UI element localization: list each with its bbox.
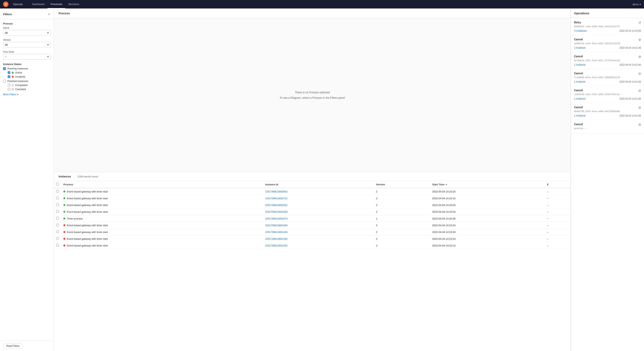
cancel-icon[interactable]: ⊘ xyxy=(638,123,641,126)
row-checkbox[interactable] xyxy=(56,230,59,233)
row-instance-id: 2251799813691494 xyxy=(263,229,374,235)
completed-label: Completed xyxy=(15,84,27,87)
op-footer: 1 Instance 2022-04-04 14:21:46 xyxy=(574,114,641,117)
row-process: Event based gateway with timer start xyxy=(61,188,263,195)
main-layout: Filters « Process Name All Version All F… xyxy=(0,9,644,351)
op-instances-link[interactable]: 1 Instance xyxy=(574,46,586,49)
op-item-header: Cancel ⊘ xyxy=(574,72,641,75)
row-checkbox-cell xyxy=(54,202,61,208)
row-checkbox[interactable] xyxy=(56,210,59,213)
op-instances-link[interactable]: 3 Instances xyxy=(574,29,587,32)
operations-header: Operations xyxy=(571,9,644,18)
operation-item: Cancel ⊘ pending... xyxy=(571,120,644,134)
table-row: Event based gateway with timer start 225… xyxy=(54,222,570,229)
instance-id-link[interactable]: 2251799813691183 xyxy=(265,237,288,240)
nav-links: Dashboard Processes Decisions xyxy=(29,0,628,9)
instance-id-link[interactable]: 2251799813692942 xyxy=(265,190,288,193)
process-name: Event based gateway with timer start xyxy=(67,204,108,207)
version-select[interactable]: All xyxy=(3,42,51,48)
row-extra: -- xyxy=(545,195,570,202)
op-name: Retry xyxy=(574,21,581,24)
col-extra: E xyxy=(545,181,570,188)
top-navigation: O Operate Dashboard Processes Decisions … xyxy=(0,0,644,9)
reset-filters-button[interactable]: Reset Filters xyxy=(3,343,22,349)
status-indicator xyxy=(64,197,65,199)
operation-item: Cancel ⊘ c93b9230-3344-4f9f-b856-1599ff0… xyxy=(571,86,644,103)
nav-dashboard[interactable]: Dashboard xyxy=(29,0,48,9)
sort-icon[interactable]: ▾ xyxy=(446,183,447,186)
app-logo: O xyxy=(3,2,8,7)
row-process: Event based gateway with timer start xyxy=(61,195,263,202)
instance-id-link[interactable]: 2251799813691674 xyxy=(265,217,288,220)
instance-states-title: Instance States xyxy=(3,63,51,66)
filters-panel: Filters « Process Name All Version All F… xyxy=(0,9,54,351)
operations-list: Retry ↺ 6b896d35-ced8-41b9-95bd-204fd1d4… xyxy=(571,18,644,134)
op-id: 46485f06-5bf8-4eea-a004-e9a7290bbd0e xyxy=(574,110,641,113)
retry-icon[interactable]: ↺ xyxy=(638,21,641,25)
row-checkbox[interactable] xyxy=(56,203,59,206)
row-checkbox[interactable] xyxy=(56,190,59,192)
row-checkbox[interactable] xyxy=(56,237,59,240)
row-checkbox[interactable] xyxy=(56,217,59,219)
row-checkbox[interactable] xyxy=(56,244,59,246)
row-extra: -- xyxy=(545,222,570,229)
col-instance-id: Instance Id xyxy=(263,181,374,188)
row-instance-id: 2251799813691909 xyxy=(263,208,374,215)
flow-node-label: Flow Node xyxy=(3,51,51,53)
status-indicator xyxy=(64,204,65,206)
operations-panel: Operations Retry ↺ 6b896d35-ced8-41b9-95… xyxy=(571,9,644,351)
instances-header: Instances 1189 results found xyxy=(54,172,570,181)
op-item-header: Cancel ⊘ xyxy=(574,106,641,109)
completed-checkbox[interactable] xyxy=(8,84,10,86)
process-name-select[interactable]: All xyxy=(3,30,51,36)
more-filters-button[interactable]: More Filters ▾ xyxy=(3,93,18,96)
canceled-checkbox[interactable] xyxy=(8,88,10,91)
op-instances-link[interactable]: 1 Instance xyxy=(574,114,586,117)
collapse-filters-button[interactable]: « xyxy=(48,12,51,17)
row-checkbox[interactable] xyxy=(56,197,59,199)
row-instance-id: 2251799813691042 xyxy=(263,242,374,249)
op-instances-link[interactable]: 1 Instance xyxy=(574,80,586,83)
running-instances-checkbox[interactable] xyxy=(3,67,6,70)
row-process: Event based gateway with timer start xyxy=(61,208,263,215)
tab-divider xyxy=(74,175,74,178)
op-instances-link[interactable]: 1 Instance xyxy=(574,63,586,66)
cancel-icon[interactable]: ⊘ xyxy=(638,38,641,42)
instances-tbody: Event based gateway with timer start 225… xyxy=(54,188,570,249)
cancel-icon[interactable]: ⊘ xyxy=(638,72,641,75)
completed-icon: ✓ xyxy=(12,84,14,86)
app-name: Operate xyxy=(13,3,23,6)
op-id: 7cadbb03-0bcb-43cb-bd33-186b6829a2c8 xyxy=(574,76,641,79)
row-start-time: 2022-04-04 14:23:24 xyxy=(430,188,545,195)
cancel-icon[interactable]: ⊘ xyxy=(638,89,641,92)
instance-id-link[interactable]: 2251799813691909 xyxy=(265,210,288,213)
row-process: Event based gateway with timer start xyxy=(61,229,263,235)
active-checkbox[interactable] xyxy=(8,71,10,74)
row-version: 2 xyxy=(374,188,430,195)
row-checkbox[interactable] xyxy=(56,224,59,226)
table-row: Event based gateway with timer start 225… xyxy=(54,195,570,202)
cancel-icon[interactable]: ⊘ xyxy=(638,106,641,109)
instance-id-link[interactable]: 2251799813691494 xyxy=(265,231,288,234)
nav-decisions[interactable]: Decisions xyxy=(65,0,82,9)
row-instance-id: 2251799813691183 xyxy=(263,235,374,242)
op-name: Cancel xyxy=(574,89,583,92)
cancel-icon[interactable]: ⊘ xyxy=(638,55,641,59)
instance-id-link[interactable]: 2251799813691042 xyxy=(265,244,288,247)
no-process-line2: To see a Diagram, select a Process in th… xyxy=(280,95,345,101)
finished-instances-checkbox[interactable] xyxy=(3,80,6,83)
instance-id-link[interactable]: 2251799813692722 xyxy=(265,197,288,200)
active-label: Active xyxy=(15,71,22,74)
row-checkbox-cell xyxy=(54,215,61,222)
op-instances-link[interactable]: 1 Instance xyxy=(574,97,586,100)
operation-item: Cancel ⊘ 46485f06-5bf8-4eea-a004-e9a7290… xyxy=(571,103,644,120)
user-menu[interactable]: demo ▾ xyxy=(632,3,641,6)
status-indicator xyxy=(64,224,65,226)
instance-id-link[interactable]: 2251799813692522 xyxy=(265,204,288,207)
flow-node-select[interactable]: -- xyxy=(3,54,51,60)
instance-id-link[interactable]: 2251799813691665 xyxy=(265,224,288,227)
incidents-checkbox[interactable] xyxy=(8,75,10,78)
nav-processes[interactable]: Processes xyxy=(48,0,65,9)
select-all-checkbox[interactable] xyxy=(56,183,59,185)
table-header: Process Instance Id Version Start Time ▾ xyxy=(54,181,570,188)
